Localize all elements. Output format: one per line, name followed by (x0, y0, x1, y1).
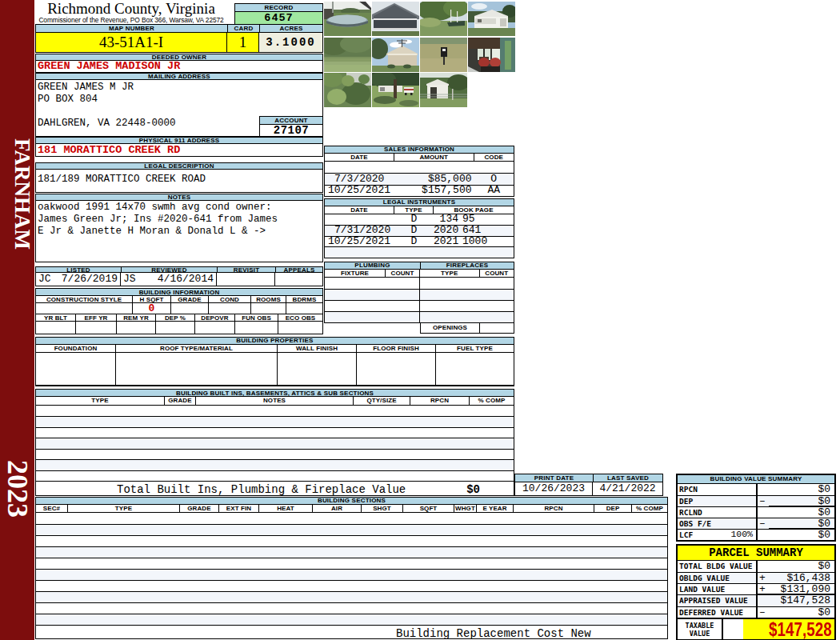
built-ins-row (36, 438, 514, 449)
reviewed-cell: JS4/16/2014 (121, 273, 217, 286)
openings-label: OPENINGS (421, 322, 480, 333)
bs-rpcn-label: RPCN (514, 505, 594, 513)
building-sections-row (36, 591, 667, 602)
photo-tan-building[interactable] (372, 38, 419, 72)
fireplace-type-label: TYPE (420, 270, 480, 277)
bvs-row-op (758, 530, 769, 540)
bvs-row: RPCN $0 (678, 484, 834, 495)
sale-amount: $85,000 (394, 174, 474, 185)
photo-white-shed[interactable] (420, 73, 467, 107)
sidebar-locality-label: FARNHAM (0, 136, 34, 252)
photo-field-sign[interactable] (420, 38, 467, 72)
bs-heat-label: HEAT (259, 505, 313, 513)
bvs-row: RCLND $0 (678, 506, 834, 518)
photo-porch-interior[interactable] (468, 38, 515, 72)
parcel-row-value: $0 (769, 561, 834, 572)
sales-information-header: DATE AMOUNT CODE (324, 154, 514, 162)
bvs-lcf-pct: 100% (730, 530, 753, 540)
last-saved-label: LAST SAVED (593, 474, 663, 482)
building-sections-row (36, 535, 667, 546)
mailing-address-label: MAILING ADDRESS (35, 73, 323, 80)
bvs-row-op (758, 507, 769, 518)
parcel-summary-row: TOTAL BLDG VALUE $0 (678, 561, 834, 572)
building-sections-row (36, 558, 667, 569)
sale-amount: $157,500 (394, 185, 474, 196)
print-date-label: PRINT DATE (514, 474, 593, 482)
bs-grade-label: GRADE (180, 505, 219, 513)
notes-line3: E Jr & Janette H Moran & Donald L & -> (38, 226, 322, 238)
sales-row: 10/25/2021 $157,500 AA (325, 185, 514, 197)
legal-instrument-row: 10/25/2021 D 2021 1000 (325, 236, 514, 247)
openings-value (480, 322, 514, 333)
record-value: 6457 (235, 12, 322, 25)
bvs-row-op: – (758, 496, 769, 506)
building-sections-row (36, 524, 667, 535)
bvs-row-op (758, 484, 769, 495)
parcel-row-value: $16,438 (769, 573, 834, 583)
listed-cell: JC7/26/2019 (36, 273, 121, 286)
plumbing-fireplace-row (325, 300, 514, 311)
bs-air-label: AIR (313, 505, 362, 513)
parcel-row-op: + (758, 573, 769, 583)
photo-yard-golf-cart[interactable] (372, 73, 419, 107)
photo-trees-boat[interactable] (420, 2, 467, 36)
legal-instrument-row: D 134 95 (325, 214, 514, 226)
acres-value: 3.1000 (259, 33, 322, 52)
ecoobs-label: ECO OBS (278, 314, 322, 321)
fireplaces-title: FIREPLACES (420, 262, 514, 270)
sales-amount-label: AMOUNT (394, 154, 474, 161)
photo-screened-building[interactable] (372, 2, 419, 36)
account-value: 27107 (260, 125, 322, 137)
bs-sec-label: SEC# (36, 505, 68, 513)
building-value-summary: BUILDING VALUE SUMMARY RPCN $0 DEP – $0 … (676, 474, 836, 542)
building-sections-row (36, 602, 667, 614)
appeals-cell (275, 273, 322, 286)
parcel-row-value: $0 (769, 607, 834, 618)
photo-white-camper[interactable] (468, 2, 515, 36)
acres-label: ACRES (259, 24, 323, 33)
sidebar-strip: FARNHAM 2023 (0, 0, 34, 640)
listed-by: JC (38, 274, 51, 285)
yrblt-label: YR BLT (36, 314, 76, 321)
built-ins-header: TYPE GRADE NOTES QTY/SIZE RPCN % COMP (35, 397, 514, 406)
bs-sqft-label: SQFT (403, 505, 454, 513)
parcel-summary: PARCEL SUMMARY TOTAL BLDG VALUE $0 OBLDG… (676, 544, 836, 640)
parcel-row-label: APPRAISED VALUE (678, 595, 758, 606)
built-ins-row (36, 406, 514, 417)
building-sections-title: BUILDING SECTIONS (35, 497, 668, 505)
depovr-label: DEPOVR (195, 314, 235, 321)
floor-finish-label: FLOOR FINISH (357, 345, 436, 352)
construction-style-label: CONSTRUCTION STYLE (36, 296, 133, 302)
sales-date-label: DATE (325, 154, 394, 161)
building-information-header2: YR BLT EFF YR REM YR DEP % DEPOVR FUN OB… (35, 314, 323, 322)
bs-type-label: TYPE (68, 505, 180, 513)
photo-pool[interactable] (324, 2, 371, 36)
notes-line1: oakwood 1991 14x70 swmh avg cond owner: (38, 202, 322, 214)
sales-code-label: CODE (474, 154, 514, 161)
print-info-band: PRINT DATE LAST SAVED (514, 474, 663, 482)
card-value: 1 (227, 33, 259, 52)
remyr-label: REM YR (117, 314, 156, 321)
bvs-row-label: RPCN (678, 484, 758, 495)
sale-code: AA (474, 185, 514, 196)
plumbing-count-label: COUNT (386, 270, 420, 277)
taxable-value-row: TAXABLEVALUE $147,528 (678, 618, 834, 639)
account-box: ACCOUNT 27107 (259, 116, 323, 137)
legal-description-label: LEGAL DESCRIPTION (35, 162, 323, 170)
sales-information-title: SALES INFORMATION (324, 146, 514, 154)
li-date-label: DATE (325, 206, 394, 214)
parcel-summary-row: LAND VALUE + $131,090 (678, 583, 834, 594)
sale-code: O (474, 174, 514, 185)
bvs-row: LCF 100% $0 (678, 529, 834, 540)
property-record-card: FARNHAM 2023 Richmond County, Virginia C… (0, 0, 840, 640)
photo-field-woods[interactable] (324, 38, 371, 72)
built-ins-total-label: Total Built Ins, Plumbing & Fireplace Va… (117, 483, 406, 496)
bvs-row-value: $0 (769, 484, 834, 495)
photo-foliage[interactable] (324, 73, 371, 107)
plumbing-fireplaces-band: PLUMBING FIREPLACES (324, 262, 514, 270)
page-subtitle: Commissioner of the Revenue, PO Box 366,… (35, 17, 227, 24)
building-information-header1: CONSTRUCTION STYLE H SQFT GRADE COND ROO… (35, 296, 323, 303)
taxable-value-amount: $147,528 (743, 619, 834, 639)
bs-comp-label: % COMP (632, 505, 667, 513)
foundation-label: FOUNDATION (36, 345, 116, 352)
